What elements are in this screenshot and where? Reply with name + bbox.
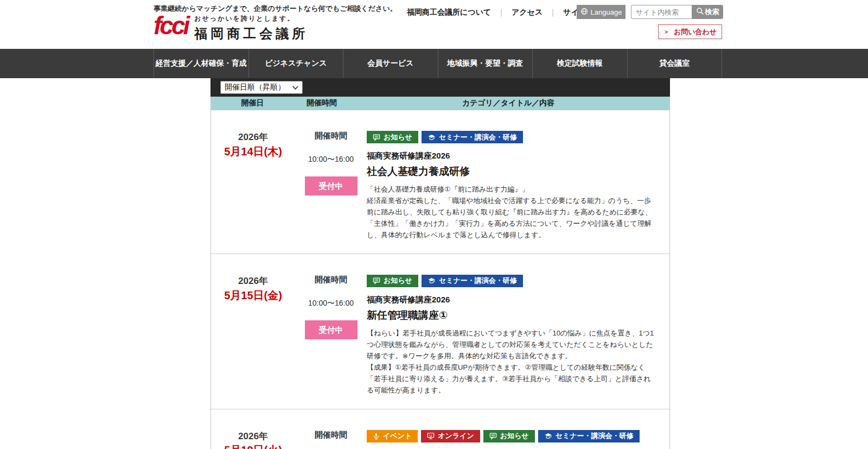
- chevron-right-icon: ＞: [663, 28, 669, 36]
- badge-label: セミナー・講演会・研修: [556, 431, 634, 441]
- nav-item-regional-promotion[interactable]: 地域振興・要望・調査: [438, 49, 533, 78]
- globe-icon: [580, 8, 588, 17]
- main-nav: 経営支援／人材確保・育成 ビジネスチャンス 会員サービス 地域振興・要望・調査 …: [0, 49, 868, 78]
- nav-item-business-chance[interactable]: ビジネスチャンス: [248, 49, 343, 78]
- page: 事業継続からマッチングまで、企業のサポートなら何でもご相談ください。 fcci …: [0, 0, 868, 449]
- speech-bubble-icon: [489, 432, 497, 440]
- site-search: 検索: [631, 5, 723, 19]
- event-description: 【ねらい】若手社員が成長過程においてつまずきやすい「10の悩み」に焦点を置き、1…: [367, 327, 654, 396]
- badge-label: お知らせ: [500, 431, 529, 441]
- search-button[interactable]: 検索: [692, 5, 723, 19]
- event-description: 「社会人基礎力養成研修①『前に踏み出す力編』」 経済産業省が定義した、「職場や地…: [367, 184, 654, 241]
- nav-item-member-services[interactable]: 会員サービス: [343, 49, 438, 78]
- microphone-icon: [373, 432, 380, 440]
- event-date: 2026年 5月15日(金): [211, 275, 295, 396]
- sort-select-value: 開催日順（昇順）: [225, 83, 285, 92]
- event-rows: 2026年 5月14日(木) 開催時間 10:00〜16:00 受付中 お知らせ: [210, 110, 670, 449]
- event-date-year: 2026年: [211, 275, 295, 288]
- graduation-cap-icon: [427, 277, 436, 284]
- logo-mark: fcci: [154, 13, 188, 38]
- event-title[interactable]: 新任管理職講座①: [367, 308, 654, 322]
- contact-button-label: お問い合わせ: [674, 27, 717, 37]
- logo[interactable]: fcci おせっかいを誇りとします。 福岡商工会議所: [154, 13, 308, 42]
- category-badge-news[interactable]: お知らせ: [367, 131, 418, 143]
- category-badge-event[interactable]: イベント: [367, 430, 418, 442]
- category-badges: イベント オンライン お知らせ セミナー・講演会・研修: [367, 430, 654, 442]
- status-badge: 受付中: [305, 320, 358, 339]
- search-button-label: 検索: [705, 7, 719, 17]
- column-header-category: カテゴリ／タイトル／内容: [358, 98, 659, 108]
- chevron-down-icon: [292, 83, 298, 92]
- graduation-cap-icon: [544, 432, 552, 440]
- category-badge-news[interactable]: お知らせ: [367, 275, 418, 287]
- nav-item-exam-info[interactable]: 検定試験情報: [532, 49, 627, 78]
- table-row: 2026年 5月14日(木) 開催時間 10:00〜16:00 受付中 お知らせ: [211, 110, 669, 254]
- category-badge-online[interactable]: オンライン: [421, 430, 480, 442]
- site-header: 事業継続からマッチングまで、企業のサポートなら何でもご相談ください。 fcci …: [0, 0, 868, 49]
- link-about[interactable]: 福岡商工会議所について: [407, 8, 491, 17]
- header-tagline: 事業継続からマッチングまで、企業のサポートなら何でもご相談ください。: [154, 4, 397, 14]
- event-date: 2026年 5月14日(木): [211, 131, 295, 241]
- column-header-date: 開催日: [210, 98, 295, 108]
- magnifier-icon: [696, 7, 704, 17]
- search-input[interactable]: [631, 5, 692, 19]
- event-main: イベント オンライン お知らせ セミナー・講演会・研修: [367, 430, 654, 449]
- event-date-day: 5月15日(金): [211, 288, 295, 302]
- badge-label: お知らせ: [384, 276, 412, 286]
- contact-button[interactable]: ＞ お問い合わせ: [658, 24, 722, 39]
- event-series: 福商実務研修講座2026: [367, 151, 654, 161]
- event-listing: 開催日順（昇順） 開催日 開催時間 カテゴリ／タイトル／内容 2026年 5月1…: [210, 78, 670, 449]
- status-badge: 受付中: [305, 176, 358, 195]
- column-header-time: 開催時間: [295, 98, 349, 108]
- sort-bar: 開催日順（昇順）: [210, 78, 670, 97]
- event-time: 開催時間 10:00〜16:00 受付中: [304, 430, 358, 449]
- event-main: お知らせ セミナー・講演会・研修 福商実務研修講座2026 社会人基礎力養成研修…: [367, 131, 654, 241]
- category-badges: お知らせ セミナー・講演会・研修: [367, 275, 654, 287]
- event-series: 福商実務研修講座2026: [367, 295, 654, 305]
- link-separator: ｜: [549, 8, 557, 17]
- category-badge-seminar[interactable]: セミナー・講演会・研修: [538, 430, 640, 442]
- table-row: 2026年 5月19日(火) 〜 2026年 5月20日(水) 開催時間 10:…: [211, 409, 669, 449]
- category-badge-seminar[interactable]: セミナー・講演会・研修: [422, 275, 523, 287]
- event-time-label: 開催時間: [304, 275, 358, 285]
- badge-label: お知らせ: [384, 132, 412, 142]
- date-range-separator: 〜: [247, 427, 260, 449]
- sort-select[interactable]: 開催日順（昇順）: [220, 81, 303, 94]
- event-date-range: 2026年 5月19日(火) 〜 2026年 5月20日(水): [211, 430, 295, 449]
- logo-org-name: 福岡商工会議所: [194, 25, 308, 42]
- table-header: 開催日 開催時間 カテゴリ／タイトル／内容: [210, 97, 670, 110]
- event-date-day: 5月14日(木): [211, 144, 295, 159]
- event-time: 開催時間 10:00〜16:00 受付中: [304, 131, 358, 241]
- badge-label: セミナー・講演会・研修: [439, 132, 517, 142]
- event-time-value: 10:00〜16:00: [304, 299, 358, 308]
- category-badge-news[interactable]: お知らせ: [483, 430, 535, 442]
- event-time: 開催時間 10:00〜16:00 受付中: [304, 275, 358, 396]
- graduation-cap-icon: [427, 134, 436, 141]
- event-time-label: 開催時間: [304, 430, 358, 440]
- link-separator: ｜: [497, 8, 505, 17]
- badge-label: イベント: [383, 431, 412, 441]
- table-row: 2026年 5月15日(金) 開催時間 10:00〜16:00 受付中 お知らせ: [211, 254, 669, 409]
- speech-bubble-icon: [373, 134, 380, 141]
- logo-slogan: おせっかいを誇りとします。: [194, 14, 308, 23]
- category-badge-seminar[interactable]: セミナー・講演会・研修: [422, 131, 523, 143]
- speech-bubble-icon: [373, 277, 380, 284]
- language-button-label: Language: [591, 8, 622, 16]
- language-button[interactable]: Language: [577, 5, 626, 19]
- monitor-icon: [427, 432, 435, 440]
- nav-item-management-support[interactable]: 経営支援／人材確保・育成: [154, 49, 248, 78]
- badge-label: セミナー・講演会・研修: [439, 276, 517, 286]
- link-access[interactable]: アクセス: [512, 8, 542, 17]
- category-badges: お知らせ セミナー・講演会・研修: [367, 131, 654, 143]
- nav-item-rental-rooms[interactable]: 貸会議室: [627, 49, 723, 78]
- event-date-year: 2026年: [211, 131, 295, 144]
- event-main: お知らせ セミナー・講演会・研修 福商実務研修講座2026 新任管理職講座① 【…: [367, 275, 654, 396]
- event-time-value: 10:00〜16:00: [304, 155, 358, 165]
- event-title[interactable]: 社会人基礎力養成研修: [367, 165, 654, 179]
- event-time-label: 開催時間: [304, 131, 358, 141]
- badge-label: オンライン: [438, 431, 474, 441]
